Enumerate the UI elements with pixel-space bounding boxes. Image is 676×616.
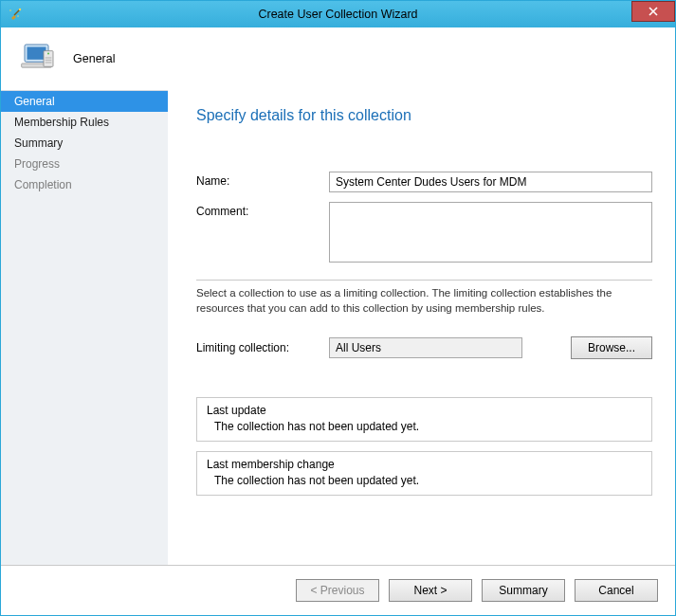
name-label: Name: <box>196 172 329 188</box>
wizard-sidebar: General Membership Rules Summary Progres… <box>1 90 168 565</box>
sidebar-item-general[interactable]: General <box>1 91 168 112</box>
separator <box>196 280 652 281</box>
wizard-footer: < Previous Next > Summary Cancel <box>1 565 675 615</box>
sidebar-item-membership-rules[interactable]: Membership Rules <box>1 112 168 133</box>
last-membership-value: The collection has not been updated yet. <box>207 474 642 487</box>
sidebar-item-summary[interactable]: Summary <box>1 133 168 154</box>
last-membership-group: Last membership change The collection ha… <box>196 451 652 496</box>
browse-button[interactable]: Browse... <box>571 336 652 359</box>
wizard-main: Specify details for this collection Name… <box>168 90 675 565</box>
svg-line-1 <box>14 9 20 15</box>
svg-point-11 <box>47 52 49 54</box>
sidebar-item-completion: Completion <box>1 174 168 195</box>
svg-marker-0 <box>11 15 16 20</box>
wizard-body: General Membership Rules Summary Progres… <box>1 90 675 565</box>
cancel-button[interactable]: Cancel <box>575 579 658 602</box>
wizard-icon <box>7 6 24 23</box>
window-title: Create User Collection Wizard <box>1 8 675 21</box>
last-membership-legend: Last membership change <box>207 458 642 471</box>
comment-input[interactable] <box>329 202 652 263</box>
previous-button: < Previous <box>296 579 379 602</box>
sidebar-item-progress: Progress <box>1 154 168 174</box>
limiting-help-text: Select a collection to use as a limiting… <box>196 286 652 316</box>
svg-rect-8 <box>27 46 46 59</box>
computer-icon <box>20 40 58 78</box>
svg-point-2 <box>19 9 21 10</box>
svg-point-4 <box>17 15 19 17</box>
svg-rect-13 <box>46 59 52 60</box>
page-title: General <box>73 52 115 65</box>
page-heading: Specify details for this collection <box>196 107 652 124</box>
close-button[interactable] <box>631 1 675 22</box>
svg-rect-12 <box>46 57 52 58</box>
name-input[interactable] <box>329 172 652 192</box>
limiting-collection-label: Limiting collection: <box>196 341 329 354</box>
wizard-window: Create User Collection Wizard General <box>0 0 676 616</box>
title-bar: Create User Collection Wizard <box>1 1 675 27</box>
last-update-legend: Last update <box>207 404 642 417</box>
next-button[interactable]: Next > <box>389 579 472 602</box>
svg-point-3 <box>9 9 11 11</box>
comment-label: Comment: <box>196 202 329 218</box>
wizard-header: General <box>1 27 675 90</box>
svg-rect-14 <box>46 62 52 63</box>
summary-button[interactable]: Summary <box>482 579 565 602</box>
last-update-group: Last update The collection has not been … <box>196 397 652 442</box>
last-update-value: The collection has not been updated yet. <box>207 420 642 433</box>
limiting-collection-value: All Users <box>329 337 522 358</box>
